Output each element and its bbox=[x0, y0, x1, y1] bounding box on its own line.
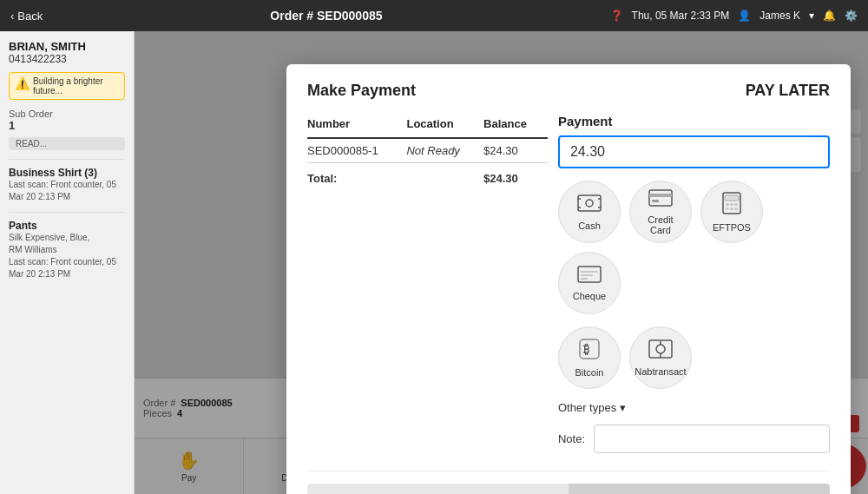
cash-method-button[interactable]: Cash bbox=[558, 181, 621, 243]
datetime: Thu, 05 Mar 2:33 PM bbox=[632, 10, 730, 22]
gear-icon[interactable]: ⚙️ bbox=[845, 10, 858, 22]
svg-rect-14 bbox=[726, 207, 729, 210]
credit-card-icon bbox=[648, 189, 673, 211]
back-label: Back bbox=[17, 10, 43, 23]
cash-icon bbox=[577, 194, 602, 217]
top-bar-right: ❓ Thu, 05 Mar 2:33 PM 👤 James K ▾ 🔔 ⚙️ bbox=[610, 10, 858, 22]
svg-rect-16 bbox=[734, 207, 738, 210]
svg-rect-12 bbox=[730, 203, 733, 206]
top-bar: ‹ Back Order # SED000085 ❓ Thu, 05 Mar 2… bbox=[0, 0, 868, 31]
credit-card-method-button[interactable]: CreditCard bbox=[629, 181, 692, 243]
eftpos-icon bbox=[722, 192, 741, 219]
alert-text: Building a brighter future... bbox=[33, 76, 119, 96]
order-item: Business Shirt (3) Last scan: Front coun… bbox=[9, 159, 125, 203]
ready-badge: READ... bbox=[9, 137, 125, 150]
other-types-label: Other types bbox=[558, 401, 616, 414]
svg-rect-7 bbox=[649, 194, 672, 197]
notifications-icon[interactable]: 🔔 bbox=[823, 10, 836, 22]
pay-now-button[interactable]: PAY NOW bbox=[307, 484, 569, 494]
chevron-down-icon: ▾ bbox=[620, 401, 626, 414]
row-number: SED000085-1 bbox=[307, 138, 406, 163]
svg-rect-6 bbox=[649, 190, 672, 206]
modal-body: Number Location Balance SED000085-1 Not … bbox=[307, 114, 830, 453]
left-panel: BRIAN, SMITH 0413422233 ⚠️ Building a br… bbox=[0, 31, 135, 494]
user-icon: 👤 bbox=[738, 10, 751, 22]
modal-header: Make Payment PAY LATER bbox=[307, 82, 830, 100]
main-layout: BRIAN, SMITH 0413422233 ⚠️ Building a br… bbox=[0, 31, 868, 494]
nabtransact-icon bbox=[648, 339, 673, 363]
note-label: Note: bbox=[558, 432, 585, 445]
other-types-button[interactable]: Other types ▾ bbox=[558, 401, 830, 414]
eftpos-label: EFTPOS bbox=[713, 222, 751, 233]
col-location: Location bbox=[406, 114, 483, 138]
note-row: Note: bbox=[558, 425, 830, 453]
item-detail: Last scan: Front counter, 05Mar 20 2:13 … bbox=[9, 179, 125, 203]
svg-rect-10 bbox=[725, 195, 739, 201]
help-icon[interactable]: ❓ bbox=[610, 10, 623, 22]
svg-rect-17 bbox=[578, 267, 601, 282]
modal-footer: PAY NOW PAY LATER bbox=[307, 471, 830, 494]
user-name: James K bbox=[760, 10, 800, 22]
customer-phone: 0413422233 bbox=[9, 53, 125, 65]
eftpos-method-button[interactable]: EFTPOS bbox=[700, 181, 763, 243]
right-panel: + Add fabric + Add property Order # SED0… bbox=[135, 31, 868, 494]
svg-text:₿: ₿ bbox=[583, 342, 589, 356]
modal-pay-later-title: PAY LATER bbox=[746, 82, 830, 100]
bitcoin-icon: ₿ bbox=[579, 339, 600, 364]
svg-rect-13 bbox=[734, 203, 738, 206]
payment-methods-row2: ₿ Bitcoin bbox=[558, 326, 830, 389]
svg-rect-8 bbox=[652, 200, 659, 202]
make-payment-modal: Make Payment PAY LATER Number Location B… bbox=[286, 64, 851, 494]
note-input[interactable] bbox=[594, 425, 830, 453]
svg-rect-15 bbox=[730, 207, 733, 210]
svg-rect-11 bbox=[726, 203, 729, 206]
back-button[interactable]: ‹ Back bbox=[10, 10, 43, 23]
credit-card-label: CreditCard bbox=[648, 214, 673, 235]
chevron-down-icon[interactable]: ▾ bbox=[809, 10, 814, 22]
sub-order-label: Sub Order bbox=[9, 109, 125, 119]
item-name: Pants bbox=[9, 220, 125, 232]
item-detail: Silk Expensive, Blue,RM WilliamsLast sca… bbox=[9, 232, 125, 280]
cheque-icon bbox=[577, 266, 602, 287]
nabtransact-method-button[interactable]: Nabtransact bbox=[629, 326, 692, 389]
payment-methods: Cash CreditCard bbox=[558, 181, 830, 314]
payment-section: Payment bbox=[558, 114, 830, 453]
cheque-method-button[interactable]: Cheque bbox=[558, 252, 621, 314]
cheque-label: Cheque bbox=[573, 291, 607, 301]
top-bar-left: ‹ Back bbox=[10, 10, 43, 23]
svg-rect-0 bbox=[578, 195, 601, 211]
row-balance: $24.30 bbox=[483, 138, 548, 163]
total-row: Total: $24.30 bbox=[307, 163, 548, 191]
modal-title: Make Payment bbox=[307, 82, 416, 100]
table-row: SED000085-1 Not Ready $24.30 bbox=[307, 138, 548, 163]
row-location: Not Ready bbox=[406, 138, 483, 163]
warning-icon: ⚠️ bbox=[15, 76, 30, 90]
payment-table: Number Location Balance SED000085-1 Not … bbox=[307, 114, 548, 190]
svg-point-24 bbox=[656, 345, 665, 353]
item-name: Business Shirt (3) bbox=[9, 167, 125, 179]
col-number: Number bbox=[307, 114, 406, 138]
pay-later-button[interactable]: PAY LATER bbox=[569, 484, 830, 494]
back-arrow-icon: ‹ bbox=[10, 10, 14, 23]
cash-label: Cash bbox=[578, 221, 601, 231]
payment-label: Payment bbox=[558, 114, 830, 128]
nabtransact-label: Nabtransact bbox=[635, 366, 686, 377]
total-amount: $24.30 bbox=[483, 163, 548, 191]
col-balance: Balance bbox=[483, 114, 548, 138]
svg-point-1 bbox=[586, 200, 593, 207]
alert-banner: ⚠️ Building a brighter future... bbox=[9, 72, 125, 100]
bitcoin-method-button[interactable]: ₿ Bitcoin bbox=[558, 326, 621, 389]
sub-order-number: 1 bbox=[9, 119, 125, 132]
customer-name: BRIAN, SMITH bbox=[9, 40, 125, 53]
payment-amount-input[interactable] bbox=[558, 135, 830, 168]
order-item: Pants Silk Expensive, Blue,RM WilliamsLa… bbox=[9, 212, 125, 280]
total-label: Total: bbox=[307, 163, 483, 191]
order-number: Order # SED000085 bbox=[270, 9, 382, 23]
bitcoin-label: Bitcoin bbox=[575, 367, 603, 378]
